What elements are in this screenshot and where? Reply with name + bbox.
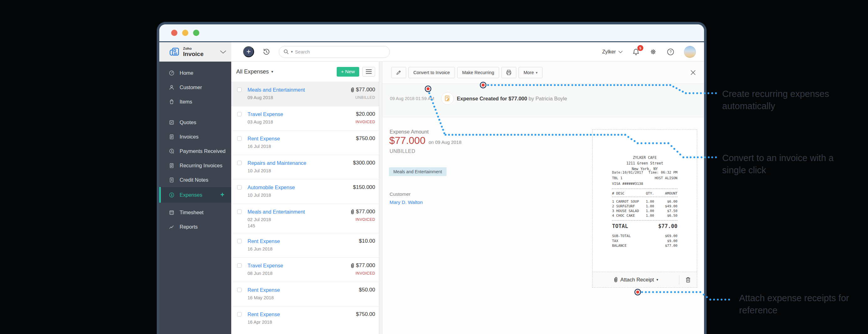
expense-list-item[interactable]: Repairs and Maintenance 10 Jul 2018 $300…: [231, 155, 379, 179]
customer-link[interactable]: Mary D. Walton: [390, 200, 423, 205]
expense-list-item[interactable]: Rent Expense 16 Jul 2018 $750.00: [231, 130, 379, 155]
receipt-meta-left: VISA ######3138: [612, 181, 643, 187]
app-body: Home Customer Items: [159, 62, 704, 334]
dotted-line-dot: [717, 299, 719, 301]
org-name: Zylker: [602, 49, 616, 55]
user-avatar[interactable]: [684, 46, 696, 58]
row-checkbox[interactable]: [237, 288, 242, 292]
window-titlebar: [159, 24, 704, 41]
org-switcher[interactable]: Zylker: [602, 49, 623, 55]
row-checkbox[interactable]: [237, 239, 242, 243]
row-checkbox[interactable]: [237, 88, 242, 92]
sidebar-item[interactable]: Recurring Invoices: [159, 158, 231, 173]
dotted-line-dot: [715, 156, 717, 158]
row-checkbox[interactable]: [237, 161, 242, 165]
new-expense-button[interactable]: + New: [337, 67, 359, 77]
dotted-line-dot: [724, 299, 726, 301]
search-input[interactable]: [295, 49, 385, 55]
expense-list-item[interactable]: Travel Expense 03 Aug 2018 $20.000 INVOI…: [231, 106, 379, 130]
app-logo[interactable]: Zoho Invoice: [159, 42, 231, 61]
row-checkbox[interactable]: [237, 185, 242, 190]
print-button[interactable]: [501, 67, 516, 78]
expense-list-item[interactable]: Meals and Entertainment 09 Aug 2018: [231, 81, 379, 106]
sidebar-item[interactable]: $ Credit Notes: [159, 173, 231, 187]
make-recurring-button[interactable]: Make Recurring: [457, 67, 499, 78]
expense-amount-block: $150.000: [353, 184, 375, 191]
dotted-line-dot: [708, 156, 710, 158]
convert-to-invoice-button[interactable]: Convert to Invoice: [408, 67, 455, 78]
expense-list-item[interactable]: Automobile Expense 10 Jul 2018 $150.000: [231, 179, 379, 204]
sidebar-item[interactable]: Quotes: [159, 115, 231, 130]
svg-text:$: $: [171, 194, 173, 197]
row-checkbox[interactable]: [237, 312, 242, 316]
list-scrollbar[interactable]: [379, 62, 382, 334]
sidebar-item[interactable]: Items: [159, 95, 231, 109]
pencil-icon: [396, 70, 401, 75]
delete-receipt-button[interactable]: [679, 276, 697, 283]
sidebar-item[interactable]: $ Expenses +: [159, 187, 231, 203]
edit-button[interactable]: [391, 67, 406, 78]
list-filter-dropdown[interactable]: All Expenses ▾: [236, 68, 273, 75]
sidebar-item[interactable]: $ Payments Received: [159, 144, 231, 158]
question-icon: ?: [666, 48, 675, 56]
paperclip-icon: [614, 277, 618, 283]
receipt-store-block: ZYLKER CAFE1211 Green StreetNew York, NY: [593, 155, 697, 172]
recent-history-icon[interactable]: [262, 47, 271, 56]
receipt-summary-value: $9.00: [667, 239, 677, 244]
sidebar-item[interactable]: Invoices: [159, 130, 231, 144]
gear-icon: [649, 48, 657, 56]
row-checkbox[interactable]: [237, 136, 242, 141]
sidebar-item[interactable]: Timesheet: [159, 205, 231, 220]
expense-category-link[interactable]: Rent Expense: [248, 238, 375, 244]
row-checkbox[interactable]: [237, 263, 242, 268]
expense-list-item[interactable]: Meals and Entertainment 02 Jul 2018 145: [231, 204, 379, 233]
quick-create-button[interactable]: +: [243, 46, 254, 57]
settings-button[interactable]: [649, 48, 657, 56]
expense-date: 16 Jun 2018: [248, 245, 375, 253]
dotted-line-dot: [709, 299, 711, 301]
history-timestamp: 09 Aug 2018 01:59 AM: [390, 95, 441, 102]
traffic-light-zoom[interactable]: [193, 30, 199, 36]
sidebar-item-label: Timesheet: [180, 209, 204, 215]
expense-list-item[interactable]: Rent Expense 16 Apr 2018 $750.00: [231, 306, 379, 331]
traffic-light-minimize[interactable]: [182, 30, 188, 36]
reports-icon: [169, 224, 175, 230]
expense-list-item[interactable]: Travel Expense 08 Jun 2018: [231, 257, 379, 282]
help-button[interactable]: ?: [666, 48, 675, 56]
sidebar-item[interactable]: Home: [159, 66, 231, 80]
receipt-summary-label: TAX: [612, 239, 618, 244]
sidebar-item[interactable]: Customer: [159, 80, 231, 95]
expense-category-link[interactable]: Rent Expense: [248, 287, 375, 293]
traffic-light-close[interactable]: [171, 30, 178, 36]
receipt-columns: # DESC QTY. AMOUNT: [612, 191, 677, 196]
notifications-button[interactable]: 5: [632, 48, 640, 56]
dotted-line-dot: [708, 92, 709, 94]
close-detail-button[interactable]: [690, 69, 696, 76]
expense-amount-block: $77.000 UNBILLED: [350, 86, 375, 101]
payments-icon: $: [169, 148, 175, 154]
credit-icon: $: [169, 177, 175, 183]
search-scope-caret-icon[interactable]: ▾: [291, 50, 293, 54]
expense-amount: $10.00: [359, 238, 375, 244]
sidebar-add-icon[interactable]: +: [220, 191, 224, 199]
topbar-right: Zylker 5: [602, 46, 704, 58]
sidebar-item-label: Recurring Invoices: [180, 163, 222, 169]
customer-icon: [169, 85, 175, 90]
expense-date: 16 Apr 2018: [248, 319, 375, 326]
expense-list-item[interactable]: Rent Expense 16 May 2018 $50.00: [231, 282, 379, 306]
svg-text:$: $: [171, 149, 173, 153]
sidebar-item[interactable]: Reports: [159, 220, 231, 234]
more-button[interactable]: More ▾: [519, 67, 542, 78]
row-checkbox[interactable]: [237, 112, 242, 116]
search-box[interactable]: ▾: [279, 46, 390, 58]
chevron-down-icon[interactable]: [220, 51, 226, 54]
list-view-menu-button[interactable]: [362, 67, 375, 77]
receipt-item-qty: 1.00: [646, 199, 660, 204]
receipt-item-qty: 1.00: [646, 209, 660, 213]
receipt-meta: Date:10/01/2017 Time: 06:32 PM TBL 1 HOS…: [612, 170, 677, 187]
row-checkbox[interactable]: [237, 209, 242, 214]
attach-receipt-button[interactable]: Attach Receipt ▾: [593, 277, 679, 283]
dotted-line-dot: [711, 92, 713, 94]
caret-down-icon: ▾: [271, 69, 273, 74]
expense-list-item[interactable]: Rent Expense 16 Jun 2018 $10.00: [231, 233, 379, 257]
